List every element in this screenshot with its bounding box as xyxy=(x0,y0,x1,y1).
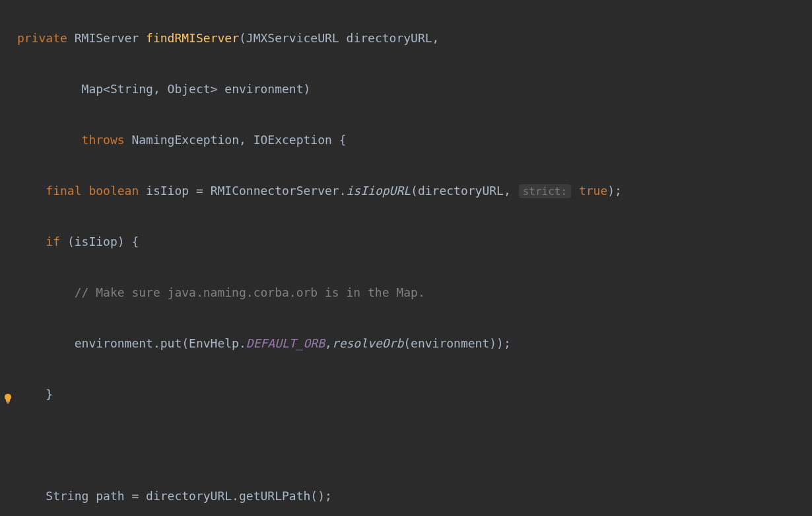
code-line xyxy=(17,433,812,459)
code-line: // Make sure java.naming.corba.orb is in… xyxy=(17,280,812,306)
lightbulb-icon[interactable] xyxy=(3,393,13,404)
code-line: if (isIiop) { xyxy=(17,229,812,255)
code-line: environment.put(EnvHelp.DEFAULT_ORB,reso… xyxy=(17,331,812,357)
code-line: } xyxy=(17,382,812,408)
code-line: final boolean isIiop = RMIConnectorServe… xyxy=(17,178,812,204)
code-line: Map<String, Object> environment) xyxy=(17,77,812,102)
code-line: String path = directoryURL.getURLPath(); xyxy=(17,484,812,509)
svg-rect-0 xyxy=(7,402,9,404)
code-line: throws NamingException, IOException { xyxy=(17,128,812,153)
editor-gutter xyxy=(0,0,17,516)
code-line: private RMIServer findRMIServer(JMXServi… xyxy=(17,26,812,52)
code-editor[interactable]: private RMIServer findRMIServer(JMXServi… xyxy=(17,0,812,516)
parameter-hint: strict: xyxy=(519,184,571,198)
